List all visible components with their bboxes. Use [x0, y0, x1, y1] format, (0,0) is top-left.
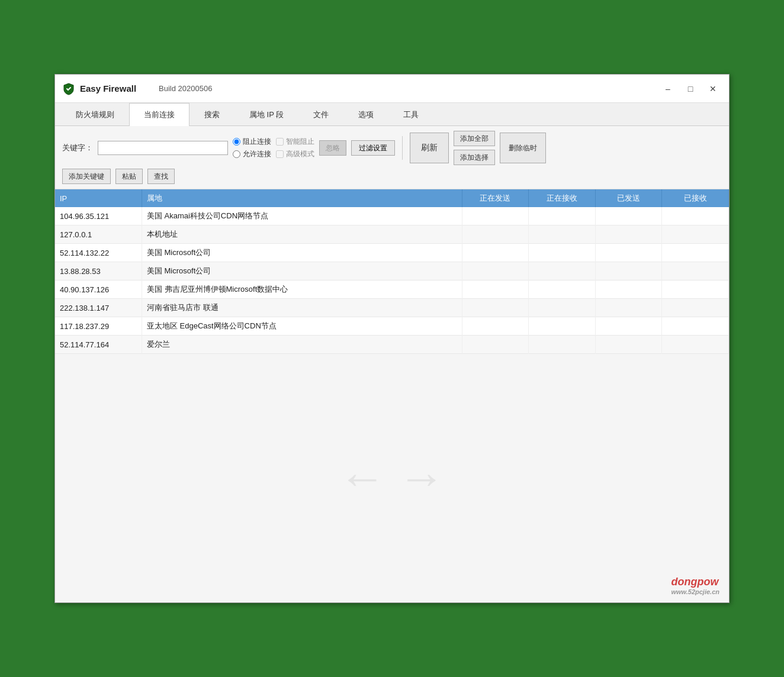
watermark-arrows: ← →	[339, 451, 445, 505]
table-row[interactable]: 13.88.28.53美国 Microsoft公司	[55, 262, 729, 281]
cell-stat	[462, 317, 529, 336]
ignore-button[interactable]: 忽略	[319, 140, 346, 156]
window-controls: – □ ✕	[659, 82, 722, 95]
table-row[interactable]: 222.138.1.147河南省驻马店市 联通	[55, 299, 729, 317]
cell-ip: 52.114.132.22	[55, 244, 142, 262]
col-location: 属地	[142, 189, 462, 207]
cell-stat	[462, 262, 529, 281]
cell-location: 美国 Microsoft公司	[142, 244, 462, 262]
refresh-button[interactable]: 刷新	[410, 133, 449, 163]
cell-location: 爱尔兰	[142, 336, 462, 354]
tab-firewall-rules[interactable]: 防火墙规则	[61, 103, 129, 126]
cell-stat	[595, 299, 662, 317]
add-selected-button[interactable]: 添加选择	[454, 150, 495, 165]
block-radio[interactable]	[233, 138, 240, 146]
main-window: Easy Firewall Build 20200506 – □ ✕ 防火墙规则…	[54, 74, 730, 603]
cell-stat	[595, 207, 662, 225]
table-row[interactable]: 117.18.237.29亚太地区 EdgeCast网络公司CDN节点	[55, 317, 729, 336]
cell-ip: 13.88.28.53	[55, 262, 142, 281]
add-keyword-button[interactable]: 添加关键键	[62, 169, 111, 184]
table-row[interactable]: 52.114.132.22美国 Microsoft公司	[55, 244, 729, 262]
filter-settings-button[interactable]: 过滤设置	[351, 140, 395, 156]
cell-ip: 52.114.77.164	[55, 336, 142, 354]
toolbar-row-1: 关键字： 阻止连接 允许连接 智能阻止 高级模式	[62, 131, 722, 165]
cell-ip: 40.90.137.126	[55, 281, 142, 299]
cell-stat	[462, 244, 529, 262]
cell-ip: 104.96.35.121	[55, 207, 142, 225]
delete-temp-button[interactable]: 删除临时	[500, 133, 546, 163]
allow-radio[interactable]	[233, 150, 240, 158]
cell-stat	[662, 244, 729, 262]
block-label: 阻止连接	[243, 137, 271, 147]
connections-table: IP 属地 正在发送 正在接收 已发送 已接收 104.96.35.121美国 …	[55, 189, 729, 354]
allow-radio-item: 允许连接	[233, 149, 271, 159]
close-button[interactable]: ✕	[704, 82, 722, 95]
cell-stat	[529, 317, 596, 336]
table-row[interactable]: 104.96.35.121美国 Akamai科技公司CDN网络节点	[55, 207, 729, 225]
connection-type-radio: 阻止连接 允许连接	[233, 137, 271, 159]
cell-stat	[662, 281, 729, 299]
minimize-button[interactable]: –	[659, 82, 677, 95]
smart-block-checkbox-item: 智能阻止	[276, 137, 314, 147]
table-row[interactable]: 52.114.77.164爱尔兰	[55, 336, 729, 354]
cell-ip: 127.0.0.1	[55, 225, 142, 244]
keyword-input[interactable]	[98, 141, 228, 155]
cell-location: 河南省驻马店市 联通	[142, 299, 462, 317]
col-receiving: 正在接收	[529, 189, 596, 207]
cell-stat	[462, 299, 529, 317]
cell-ip: 117.18.237.29	[55, 317, 142, 336]
cell-stat	[529, 281, 596, 299]
cell-stat	[595, 317, 662, 336]
cell-stat	[595, 281, 662, 299]
tab-files[interactable]: 文件	[298, 103, 343, 126]
allow-label: 允许连接	[243, 149, 271, 159]
table-row[interactable]: 40.90.137.126美国 弗吉尼亚州博伊顿Microsoft数据中心	[55, 281, 729, 299]
cell-stat	[529, 336, 596, 354]
smart-block-label: 智能阻止	[286, 137, 314, 147]
cell-location: 亚太地区 EdgeCast网络公司CDN节点	[142, 317, 462, 336]
tab-tools[interactable]: 工具	[388, 103, 433, 126]
cell-stat	[462, 281, 529, 299]
advanced-label: 高级模式	[286, 149, 314, 159]
cell-stat	[529, 244, 596, 262]
cell-stat	[462, 207, 529, 225]
col-ip: IP	[55, 189, 142, 207]
cell-stat	[462, 336, 529, 354]
add-all-button[interactable]: 添加全部	[454, 131, 495, 146]
tab-search[interactable]: 搜索	[189, 103, 234, 126]
connections-table-container: IP 属地 正在发送 正在接收 已发送 已接收 104.96.35.121美国 …	[55, 189, 729, 602]
cell-stat	[529, 299, 596, 317]
app-title: Easy Firewall	[80, 83, 136, 94]
col-sent: 已发送	[595, 189, 662, 207]
cell-ip: 222.138.1.147	[55, 299, 142, 317]
right-action-buttons: 添加全部 添加选择	[454, 131, 495, 165]
col-sending: 正在发送	[462, 189, 529, 207]
tab-current-connections[interactable]: 当前连接	[129, 103, 189, 126]
empty-area: ← → dongpow www.52pcjie.cn	[55, 354, 729, 602]
cell-location: 美国 弗吉尼亚州博伊顿Microsoft数据中心	[142, 281, 462, 299]
tab-ip-segment[interactable]: 属地 IP 段	[234, 103, 298, 126]
maximize-button[interactable]: □	[682, 82, 699, 95]
mode-checkboxes: 智能阻止 高级模式	[276, 137, 314, 159]
cell-stat	[529, 207, 596, 225]
table-header-row: IP 属地 正在发送 正在接收 已发送 已接收	[55, 189, 729, 207]
paste-button[interactable]: 粘贴	[115, 169, 143, 184]
build-info: Build 20200506	[159, 84, 212, 93]
find-button[interactable]: 查找	[147, 169, 175, 184]
cell-stat	[529, 225, 596, 244]
cell-stat	[595, 336, 662, 354]
toolbar-row-2: 添加关键键 粘贴 查找	[62, 169, 722, 184]
tab-options[interactable]: 选项	[343, 103, 388, 126]
keyword-label: 关键字：	[62, 143, 93, 153]
shield-icon	[62, 82, 75, 95]
tab-bar: 防火墙规则 当前连接 搜索 属地 IP 段 文件 选项 工具	[55, 103, 729, 126]
title-bar-left: Easy Firewall Build 20200506	[62, 82, 659, 95]
cell-stat	[662, 262, 729, 281]
cell-location: 美国 Akamai科技公司CDN网络节点	[142, 207, 462, 225]
advanced-checkbox-item: 高级模式	[276, 149, 314, 159]
advanced-checkbox[interactable]	[276, 150, 284, 158]
title-bar: Easy Firewall Build 20200506 – □ ✕	[55, 75, 729, 103]
table-row[interactable]: 127.0.0.1本机地址	[55, 225, 729, 244]
smart-block-checkbox[interactable]	[276, 138, 284, 146]
cell-stat	[662, 299, 729, 317]
